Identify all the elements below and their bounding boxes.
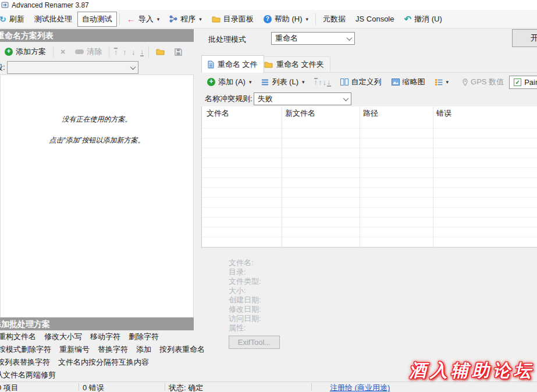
nodes-icon: [169, 15, 177, 23]
info-label-size: 大小:: [229, 286, 261, 295]
table-row: [202, 208, 537, 218]
move-file-top-button: ↑: [314, 78, 318, 87]
folder-icon: [156, 48, 165, 55]
programs-menu-button[interactable]: 程序 ▾: [165, 12, 207, 27]
arrow-down-icon: ↓: [131, 48, 136, 56]
tab-rename-folders[interactable]: 重命名 文件夹: [258, 56, 330, 72]
batch-mode-label: 批处理模式: [208, 34, 246, 45]
folder-icon: [212, 16, 221, 23]
arrow-top-icon: ↑: [114, 48, 118, 55]
exiftool-button: ExifTool...: [229, 336, 280, 349]
add-files-button[interactable]: + 添加 (A) ▾: [202, 74, 256, 90]
register-link[interactable]: 注册给 (商业用途): [330, 383, 390, 392]
app-icon: [1, 1, 9, 9]
column-header-newname[interactable]: 新文件名: [285, 108, 315, 119]
method-link[interactable]: 按列表重命名: [159, 343, 205, 356]
separator: [148, 46, 149, 58]
separator: [79, 383, 79, 391]
table-row: [202, 188, 537, 198]
batch-mode-combobox[interactable]: 重命名: [271, 32, 355, 45]
file-table[interactable]: 文件名 新文件名 路径 错误: [201, 106, 537, 248]
empty-state-message: 没有正在使用的方案。 点击“添加”按钮以添加新方案。: [1, 115, 193, 156]
method-row: 按列表替换字符 文件名内按分隔符互换内容: [0, 356, 194, 369]
status-error-count: 0 错误: [83, 383, 104, 392]
method-link[interactable]: 移动字符: [90, 330, 120, 343]
column-header-error[interactable]: 错误: [436, 108, 451, 119]
table-row: [202, 227, 537, 237]
table-row: [202, 168, 537, 178]
arrow-top-icon: ↑: [314, 78, 318, 85]
test-batch-button[interactable]: 测试批处理: [30, 12, 77, 27]
separator: [119, 13, 120, 25]
custom-columns-button[interactable]: 自定义列: [336, 74, 386, 90]
table-header-row: 文件名 新文件名 路径 错误: [202, 106, 537, 119]
add-method-button[interactable]: + 添加方案: [0, 44, 51, 59]
info-label-filetype: 文件类型:: [229, 277, 261, 286]
start-batch-button[interactable]: 开始: [512, 29, 537, 47]
column-divider[interactable]: [433, 106, 433, 247]
status-bar: 0 项目 0 错误 状态: 确定 注册给 (商业用途): [0, 382, 537, 392]
conflict-rule-combobox[interactable]: 失败: [254, 92, 351, 105]
conflict-rule-row: 名称冲突规则: 失败: [205, 92, 351, 106]
method-list-area[interactable]: 没有正在使用的方案。 点击“添加”按钮以添加新方案。: [0, 74, 194, 318]
add-icon: +: [5, 48, 13, 56]
move-top-button: ↑: [112, 48, 120, 56]
separator: [165, 383, 165, 391]
column-divider[interactable]: [360, 106, 360, 247]
directory-panel-button[interactable]: 目录面板: [207, 12, 258, 27]
metadata-button[interactable]: 元数据: [318, 12, 350, 27]
method-row: 从文件名两端修剪: [0, 369, 194, 382]
method-list-header: 重命名方案列表: [0, 29, 194, 42]
column-header-filename[interactable]: 文件名: [207, 108, 229, 119]
columns-icon: [340, 79, 348, 85]
view-style-button[interactable]: ▾: [431, 77, 454, 88]
pair-toggle-button[interactable]: ✓ Pair: [509, 76, 537, 89]
clear-icon: [75, 49, 84, 54]
method-link[interactable]: 添加: [136, 343, 151, 356]
method-link[interactable]: 删除字符: [129, 330, 159, 343]
view-style-icon: [435, 79, 443, 85]
import-arrow-icon: ←: [127, 15, 136, 23]
method-link[interactable]: 文件名内按分隔符互换内容: [58, 356, 149, 369]
info-label-accessed: 访问日期:: [229, 314, 261, 323]
method-link[interactable]: 替换字符: [98, 343, 128, 356]
register-link-cell: 注册给 (商业用途): [330, 383, 390, 392]
list-menu-button[interactable]: 列表 (L) ▾: [257, 74, 309, 90]
arrow-up-icon: ↑: [123, 48, 127, 56]
undo-button[interactable]: ↶ 撤消 (U): [399, 12, 446, 27]
js-console-button[interactable]: JS Console: [351, 12, 399, 26]
move-file-up-button: ↑: [318, 78, 322, 87]
separator: [53, 46, 54, 58]
import-menu-button[interactable]: ← 导入 ▾: [122, 12, 165, 27]
right-panel: 批处理模式 重命名 开始 重命名 文件 重命名 文件夹 + 添加 (A) ▾ 列…: [201, 29, 537, 382]
batch-mode-value: 重命名: [275, 33, 298, 44]
chevron-down-icon: ▾: [157, 16, 160, 22]
column-header-path[interactable]: 路径: [363, 108, 378, 119]
method-link[interactable]: 修改大小写: [44, 330, 82, 343]
empty-state-line1: 没有正在使用的方案。: [1, 115, 193, 124]
conflict-rule-label: 名称冲突规则:: [205, 94, 253, 104]
move-file-down-button: ↓: [323, 78, 327, 87]
separator: [109, 46, 109, 58]
table-row: [202, 198, 537, 208]
table-row: [202, 119, 537, 129]
auto-test-button[interactable]: 自动测试: [77, 12, 117, 27]
refresh-button[interactable]: ↻ 刷新: [0, 12, 29, 27]
method-link[interactable]: 按模式删除字符: [0, 343, 51, 356]
table-row: [202, 158, 537, 168]
arrow-bottom-icon: ↓: [140, 48, 144, 56]
chevron-down-icon: ▾: [249, 79, 252, 85]
method-link[interactable]: 重新编号: [59, 343, 90, 356]
main-toolbar: ↻ 刷新 测试批处理 自动测试 ← 导入 ▾ 程序 ▾ 目录面板 ? 帮助 (H…: [0, 10, 537, 28]
method-list-toolbar: + 添加方案 × 清除 ↑ ↑ ↓ ↓: [0, 44, 194, 60]
open-preset-button[interactable]: [151, 46, 169, 58]
tab-rename-files[interactable]: 重命名 文件: [201, 55, 264, 73]
thumbnails-button[interactable]: 缩略图: [387, 74, 430, 90]
method-link[interactable]: 从文件名两端修剪: [0, 369, 56, 382]
segment-row: 段:: [0, 60, 194, 74]
column-divider[interactable]: [282, 106, 282, 247]
method-link[interactable]: 重构文件名: [0, 330, 36, 343]
help-menu-button[interactable]: ? 帮助 (H) ▾: [259, 12, 313, 27]
segment-combobox: [7, 61, 138, 74]
method-link[interactable]: 按列表替换字符: [0, 356, 50, 369]
